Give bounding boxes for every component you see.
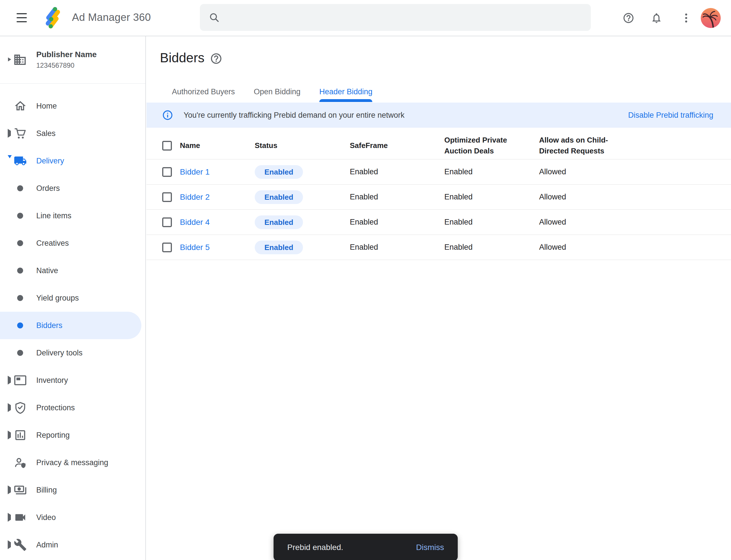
publisher-account-switcher[interactable]: Publisher Name 1234567890 — [0, 36, 145, 84]
sidebar-item-inventory[interactable]: Inventory — [0, 367, 146, 394]
menu-icon[interactable] — [17, 12, 27, 23]
safeframe-cell: Enabled — [350, 193, 444, 201]
search-icon — [209, 12, 220, 23]
allow-child-directed-cell: Allowed — [539, 193, 731, 201]
tab-open-bidding[interactable]: Open Bidding — [254, 87, 301, 102]
notifications-icon[interactable] — [650, 12, 662, 24]
bidder-name-link[interactable]: Bidder 5 — [180, 243, 210, 252]
overflow-menu-icon[interactable] — [680, 12, 692, 24]
table-row: Bidder 1 Enabled Enabled Enabled Allowed — [147, 159, 731, 185]
search-input[interactable] — [227, 13, 591, 22]
sidebar-item-delivery-tools[interactable]: Delivery tools — [0, 339, 146, 367]
column-header-status: Status — [255, 140, 350, 151]
select-all-checkbox[interactable] — [162, 141, 172, 151]
table-row: Bidder 2 Enabled Enabled Enabled Allowed — [147, 185, 731, 210]
optimized-private-auction-deals-cell: Enabled — [444, 193, 539, 201]
search-bar[interactable] — [200, 4, 591, 31]
sidebar-item-protections[interactable]: Protections — [0, 394, 146, 421]
bullet-icon — [17, 185, 23, 191]
bullet-icon — [17, 213, 23, 219]
bidder-name-link[interactable]: Bidder 1 — [180, 167, 210, 176]
optimized-private-auction-deals-cell: Enabled — [444, 218, 539, 227]
chevron-right-icon — [8, 403, 11, 412]
dismiss-button[interactable]: Dismiss — [416, 543, 444, 552]
sidebar-item-delivery[interactable]: Delivery — [0, 147, 146, 175]
chevron-right-icon — [8, 431, 11, 439]
sidebar-item-sales[interactable]: Sales — [0, 120, 146, 147]
top-app-bar: Ad Manager 360 — [0, 0, 731, 36]
safeframe-cell: Enabled — [350, 243, 444, 252]
disable-prebid-link[interactable]: Disable Prebid trafficking — [628, 111, 713, 120]
bullet-icon — [17, 268, 23, 274]
row-checkbox[interactable] — [162, 217, 172, 227]
sidebar-item-reporting[interactable]: Reporting — [0, 421, 146, 449]
table-header-row: Name Status SafeFrame Optimized Private … — [147, 132, 731, 159]
toast: Prebid enabled. Dismiss — [274, 534, 458, 560]
tab-authorized-buyers[interactable]: Authorized Buyers — [172, 87, 235, 102]
bidder-name-link[interactable]: Bidder 2 — [180, 193, 210, 201]
bidders-table: Name Status SafeFrame Optimized Private … — [147, 132, 731, 260]
help-icon[interactable] — [622, 12, 634, 24]
app-title: Ad Manager 360 — [72, 11, 151, 23]
page-help-icon[interactable] — [210, 52, 223, 65]
bidders-tabs: Authorized Buyers Open Bidding Header Bi… — [172, 84, 372, 102]
column-header-safeframe: SafeFrame — [350, 140, 444, 151]
table-row: Bidder 5 Enabled Enabled Enabled Allowed — [147, 235, 731, 260]
sidebar: Publisher Name 1234567890 Home Sales Del… — [0, 36, 146, 560]
sidebar-item-orders[interactable]: Orders — [0, 175, 146, 202]
allow-child-directed-cell: Allowed — [539, 218, 731, 227]
main-content: Bidders Authorized Buyers Open Bidding H… — [147, 36, 731, 560]
truck-icon — [14, 154, 27, 167]
inventory-icon — [14, 374, 27, 387]
row-checkbox[interactable] — [162, 243, 172, 252]
publisher-id: 1234567890 — [36, 61, 74, 69]
status-badge: Enabled — [255, 190, 303, 204]
chevron-right-icon — [8, 540, 11, 549]
home-icon — [14, 99, 27, 113]
user-avatar[interactable] — [701, 8, 721, 28]
info-icon — [162, 109, 173, 121]
tab-header-bidding[interactable]: Header Bidding — [319, 87, 372, 102]
bidder-name-link[interactable]: Bidder 4 — [180, 218, 210, 227]
sidebar-item-billing[interactable]: Billing — [0, 476, 146, 504]
sidebar-item-native[interactable]: Native — [0, 257, 146, 284]
optimized-private-auction-deals-cell: Enabled — [444, 243, 539, 252]
chevron-right-icon — [8, 513, 11, 522]
sidebar-item-privacy-messaging[interactable]: Privacy & messaging — [0, 449, 146, 476]
wrench-icon — [14, 538, 27, 551]
chevron-right-icon — [8, 129, 11, 138]
palm-tree-icon — [701, 8, 721, 28]
sidebar-item-video[interactable]: Video — [0, 504, 146, 531]
sidebar-item-home[interactable]: Home — [0, 92, 146, 120]
optimized-private-auction-deals-cell: Enabled — [444, 167, 539, 176]
chevron-right-icon — [8, 376, 11, 385]
video-camera-icon — [14, 511, 27, 524]
safeframe-cell: Enabled — [350, 167, 444, 176]
building-icon — [13, 53, 27, 67]
bullet-icon — [17, 323, 23, 329]
sidebar-item-bidders[interactable]: Bidders — [0, 312, 141, 339]
status-badge: Enabled — [255, 241, 303, 254]
column-header-allow-child-directed: Allow ads on Child-Directed Requests — [539, 135, 614, 156]
sidebar-item-creatives[interactable]: Creatives — [0, 229, 146, 257]
publisher-name: Publisher Name — [36, 50, 97, 59]
sidebar-item-yield-groups[interactable]: Yield groups — [0, 284, 146, 312]
page-title: Bidders — [160, 50, 205, 65]
banknote-icon — [14, 483, 27, 497]
row-checkbox[interactable] — [162, 192, 172, 202]
sidebar-item-admin[interactable]: Admin — [0, 531, 146, 559]
row-checkbox[interactable] — [162, 167, 172, 177]
toast-message: Prebid enabled. — [287, 543, 343, 552]
ad-manager-logo[interactable] — [42, 6, 65, 29]
status-badge: Enabled — [255, 165, 303, 179]
chevron-down-icon — [8, 155, 12, 163]
chevron-right-icon — [8, 57, 11, 61]
person-shield-icon — [14, 456, 27, 469]
sidebar-nav: Home Sales Delivery Orders Line items — [0, 92, 145, 559]
bullet-icon — [17, 295, 23, 301]
sidebar-item-line-items[interactable]: Line items — [0, 202, 146, 229]
column-header-optimized-private-auction-deals: Optimized Private Auction Deals — [444, 135, 519, 156]
allow-child-directed-cell: Allowed — [539, 167, 731, 176]
status-badge: Enabled — [255, 215, 303, 229]
prebid-status-banner: You're currently trafficking Prebid dema… — [147, 103, 731, 128]
